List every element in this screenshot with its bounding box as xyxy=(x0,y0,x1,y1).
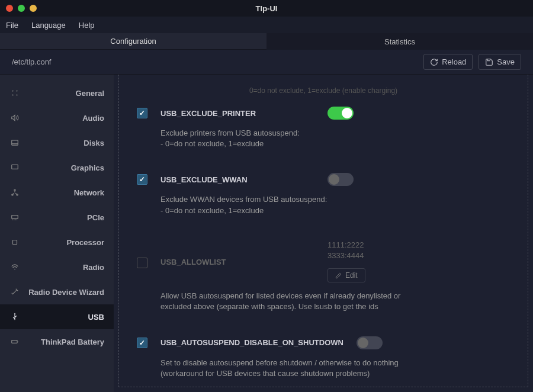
option-desc: Exclude WWAN devices from USB autosuspen… xyxy=(160,194,409,216)
disk-icon xyxy=(9,139,20,147)
option-name: USB_AUTOSUSPEND_DISABLE_ON_SHUTDOWN xyxy=(160,338,343,347)
toolbar: /etc/tlp.conf Reload Save xyxy=(0,50,533,75)
network-icon xyxy=(9,188,20,197)
svg-point-12 xyxy=(14,313,15,314)
battery-icon xyxy=(9,338,20,346)
edit-button[interactable]: Edit xyxy=(327,268,365,282)
toggle-shutdown[interactable] xyxy=(357,336,383,349)
toggle-printer[interactable] xyxy=(327,107,354,120)
svg-point-0 xyxy=(12,91,14,92)
grid-icon xyxy=(9,89,20,97)
option-name: USB_EXCLUDE_PRINTER xyxy=(160,109,314,118)
card-icon xyxy=(9,213,20,221)
svg-point-6 xyxy=(14,189,15,191)
sidebar-item-disks[interactable]: Disks xyxy=(0,130,114,155)
svg-point-11 xyxy=(14,269,15,269)
titlebar: Tlp-UI xyxy=(0,0,533,17)
option-name: USB_EXCLUDE_WWAN xyxy=(160,175,314,184)
svg-point-1 xyxy=(17,91,18,92)
sidebar-item-graphics[interactable]: Graphics xyxy=(0,155,114,180)
option-usb-exclude-printer: USB_EXCLUDE_PRINTER Exclude printers fro… xyxy=(137,107,510,149)
svg-point-3 xyxy=(17,95,18,96)
option-desc: Exclude printers from USB autosuspend: -… xyxy=(160,128,409,149)
reload-icon xyxy=(430,58,438,66)
monitor-icon xyxy=(9,163,20,172)
checkbox-printer[interactable] xyxy=(137,108,147,118)
svg-rect-5 xyxy=(12,165,18,169)
pencil-icon xyxy=(335,272,342,279)
truncated-text: 0=do not exclude, 1=exclude (enable char… xyxy=(137,86,510,95)
checkbox-allowlist[interactable] xyxy=(137,258,147,268)
reload-button[interactable]: Reload xyxy=(423,54,473,70)
option-usb-autosuspend-shutdown: USB_AUTOSUSPEND_DISABLE_ON_SHUTDOWN Set … xyxy=(137,336,510,379)
svg-point-2 xyxy=(12,95,14,96)
sidebar-item-usb[interactable]: USB xyxy=(0,304,114,329)
sidebar-item-radio[interactable]: Radio xyxy=(0,255,114,279)
sidebar-item-general[interactable]: General xyxy=(0,81,114,105)
menu-language[interactable]: Language xyxy=(31,21,66,30)
option-usb-exclude-wwan: USB_EXCLUDE_WWAN Exclude WWAN devices fr… xyxy=(137,173,510,216)
menu-file[interactable]: File xyxy=(6,21,18,30)
menubar: File Language Help xyxy=(0,17,533,33)
tab-bar: Configuration Statistics xyxy=(0,33,533,50)
option-desc: Allow USB autosuspend for listed devices… xyxy=(160,291,409,312)
sidebar-item-network[interactable]: Network xyxy=(0,180,114,205)
checkbox-wwan[interactable] xyxy=(137,174,147,185)
svg-rect-13 xyxy=(12,340,17,343)
sidebar: General Audio Disks Graphics Network PCI… xyxy=(0,75,114,392)
svg-rect-9 xyxy=(12,216,18,219)
option-name: USB_ALLOWLIST xyxy=(160,258,314,266)
sidebar-item-pcie[interactable]: PCIe xyxy=(0,205,114,230)
svg-rect-4 xyxy=(12,140,18,145)
settings-panel[interactable]: 0=do not exclude, 1=exclude (enable char… xyxy=(118,75,528,387)
option-desc: Set to disable autosuspend before shutdo… xyxy=(160,358,409,379)
tab-statistics[interactable]: Statistics xyxy=(266,33,533,50)
sidebar-item-processor[interactable]: Processor xyxy=(0,230,114,255)
tab-configuration[interactable]: Configuration xyxy=(0,33,266,50)
save-icon xyxy=(485,58,493,66)
toggle-wwan[interactable] xyxy=(327,173,354,186)
sidebar-item-radio-wizard[interactable]: Radio Device Wizard xyxy=(0,279,114,304)
speaker-icon xyxy=(9,114,20,122)
checkbox-shutdown[interactable] xyxy=(137,338,147,348)
cpu-icon xyxy=(9,238,20,246)
usb-icon xyxy=(9,313,20,321)
wifi-icon xyxy=(9,263,20,271)
sidebar-item-battery[interactable]: ThinkPad Battery xyxy=(0,329,114,354)
wand-icon xyxy=(9,288,20,296)
sidebar-item-audio[interactable]: Audio xyxy=(0,105,114,130)
allowlist-values: 1111:2222 3333:4444 xyxy=(327,240,365,261)
menu-help[interactable]: Help xyxy=(79,21,95,30)
save-button[interactable]: Save xyxy=(479,54,521,70)
svg-rect-10 xyxy=(13,240,17,245)
window-title: Tlp-UI xyxy=(0,4,533,13)
config-path: /etc/tlp.conf xyxy=(12,57,51,66)
option-usb-allowlist: USB_ALLOWLIST 1111:2222 3333:4444 Edit A… xyxy=(137,240,510,313)
